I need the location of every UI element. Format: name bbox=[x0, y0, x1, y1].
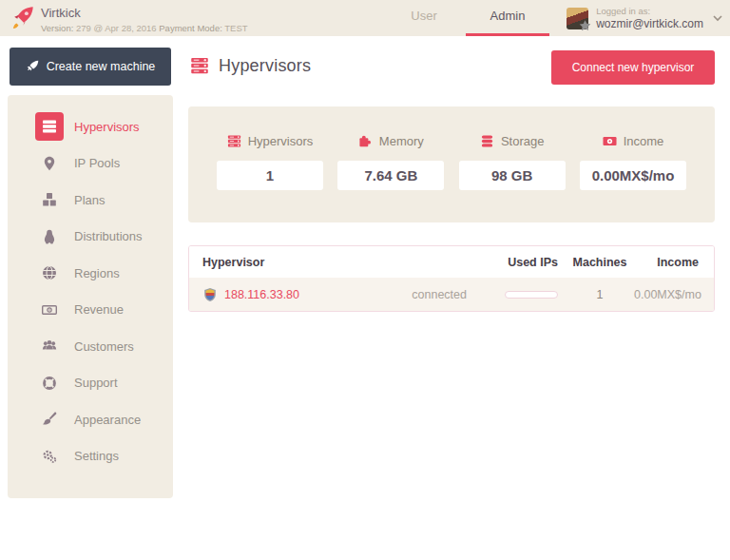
hypervisor-shield-icon bbox=[202, 287, 218, 302]
servers-icon bbox=[190, 56, 209, 75]
servers-icon bbox=[35, 112, 64, 141]
stats-panel: Hypervisors 1 Memory 7.64 GB Storage 98 … bbox=[188, 106, 715, 222]
sidebar-item-settings[interactable]: Settings bbox=[8, 438, 173, 475]
storage-icon bbox=[480, 134, 494, 148]
logged-in-as-label: Logged in as: bbox=[596, 6, 703, 16]
hypervisors-table: Hypervisor Used IPs Machines Income bbox=[188, 245, 715, 312]
sidebar-item-label: Plans bbox=[74, 193, 106, 207]
stat-value: 7.64 GB bbox=[337, 161, 444, 190]
gears-icon bbox=[35, 442, 64, 471]
used-ips-progress-bar bbox=[505, 291, 558, 299]
tab-user[interactable]: User bbox=[382, 0, 466, 36]
income-value: 0.00MX$/mo bbox=[634, 288, 714, 301]
brand: Virtkick Version: 279 @ Apr 28, 2016 Pay… bbox=[10, 3, 248, 33]
sidebar-item-label: Support bbox=[74, 376, 118, 390]
sidebar-item-label: Hypervisors bbox=[74, 120, 140, 134]
page-title-text: Hypervisors bbox=[219, 56, 311, 76]
sidebar-item-revenue[interactable]: Revenue bbox=[8, 292, 173, 329]
topbar: Virtkick Version: 279 @ Apr 28, 2016 Pay… bbox=[0, 0, 730, 36]
status-text: connected bbox=[412, 288, 467, 301]
version-value: 279 @ Apr 28, 2016 bbox=[76, 23, 157, 33]
sidebar: Hypervisors IP Pools Plans Distributions… bbox=[8, 95, 173, 498]
banknote-icon bbox=[35, 296, 64, 324]
cubes-icon bbox=[35, 185, 64, 214]
version-label: Version: bbox=[41, 23, 73, 33]
column-header-machines: Machines bbox=[566, 256, 634, 269]
toolbar: Create new machine Hypervisors Connect n… bbox=[0, 36, 730, 95]
map-marker-icon bbox=[35, 149, 64, 178]
stat-label-text: Income bbox=[624, 134, 664, 148]
stat-label-text: Storage bbox=[501, 134, 545, 148]
stat-label-text: Hypervisors bbox=[248, 134, 314, 148]
version-info: Version: 279 @ Apr 28, 2016 Payment Mode… bbox=[41, 23, 248, 33]
avatar bbox=[567, 8, 588, 29]
sidebar-item-customers[interactable]: Customers bbox=[8, 328, 173, 365]
star-icon bbox=[578, 19, 592, 33]
column-header-income: Income bbox=[634, 256, 714, 269]
sidebar-item-label: Appearance bbox=[74, 413, 141, 427]
hypervisor-link[interactable]: 188.116.33.80 bbox=[224, 288, 299, 301]
stat-memory: Memory 7.64 GB bbox=[337, 134, 444, 222]
role-tabs: User Admin bbox=[382, 0, 549, 36]
sidebar-item-ip-pools[interactable]: IP Pools bbox=[8, 145, 173, 183]
chevron-down-icon bbox=[713, 15, 722, 22]
table-header: Hypervisor Used IPs Machines Income bbox=[189, 246, 714, 278]
stat-label-text: Memory bbox=[379, 134, 424, 148]
stat-value: 98 GB bbox=[459, 161, 566, 190]
sidebar-item-regions[interactable]: Regions bbox=[8, 255, 173, 292]
sidebar-item-label: Distributions bbox=[74, 229, 143, 243]
payment-mode-label: Payment Mode: bbox=[159, 23, 222, 33]
column-header-hypervisor: Hypervisor bbox=[189, 256, 474, 269]
sidebar-item-label: Revenue bbox=[74, 302, 124, 317]
stat-income: Income 0.00MX$/mo bbox=[580, 134, 686, 222]
rocket-icon bbox=[26, 60, 39, 73]
page-title: Hypervisors bbox=[190, 36, 311, 95]
users-icon bbox=[35, 332, 64, 360]
sidebar-item-label: IP Pools bbox=[74, 156, 120, 170]
sidebar-item-appearance[interactable]: Appearance bbox=[8, 401, 173, 438]
virtkick-logo-icon bbox=[10, 6, 34, 30]
stat-storage: Storage 98 GB bbox=[459, 134, 566, 222]
sidebar-item-label: Customers bbox=[74, 339, 134, 354]
life-ring-icon bbox=[35, 369, 64, 397]
paintbrush-icon bbox=[35, 405, 64, 434]
sidebar-item-plans[interactable]: Plans bbox=[8, 182, 173, 219]
account-menu[interactable]: Logged in as: wozmir@virtkick.com bbox=[567, 0, 722, 36]
servers-icon bbox=[227, 134, 241, 148]
stat-value: 1 bbox=[217, 161, 323, 190]
brand-name: Virtkick bbox=[41, 3, 248, 20]
main-content: Hypervisors 1 Memory 7.64 GB Storage 98 … bbox=[188, 95, 715, 312]
memory-icon bbox=[358, 134, 373, 148]
table-row[interactable]: 188.116.33.80 connected 1 0.00MX$/mo bbox=[189, 278, 714, 311]
tab-admin[interactable]: Admin bbox=[466, 0, 549, 36]
sidebar-item-label: Regions bbox=[74, 266, 120, 280]
connect-new-hypervisor-button[interactable]: Connect new hypervisor bbox=[551, 50, 715, 85]
column-header-used-ips: Used IPs bbox=[474, 256, 566, 269]
user-email: wozmir@virtkick.com bbox=[596, 17, 703, 30]
machines-count: 1 bbox=[566, 288, 634, 301]
payment-mode-value: TEST bbox=[224, 23, 247, 33]
sidebar-item-distributions[interactable]: Distributions bbox=[8, 219, 173, 256]
sidebar-item-hypervisors[interactable]: Hypervisors bbox=[8, 108, 173, 145]
create-new-machine-button[interactable]: Create new machine bbox=[10, 48, 171, 86]
linux-icon bbox=[35, 222, 64, 251]
virtkick-admin-app: Virtkick Version: 279 @ Apr 28, 2016 Pay… bbox=[0, 0, 730, 560]
globe-icon bbox=[35, 259, 64, 287]
stat-hypervisors: Hypervisors 1 bbox=[217, 134, 323, 222]
sidebar-item-support[interactable]: Support bbox=[8, 365, 173, 402]
sidebar-item-label: Settings bbox=[74, 449, 119, 463]
income-icon bbox=[603, 134, 617, 148]
stat-value: 0.00MX$/mo bbox=[580, 161, 686, 190]
create-new-machine-label: Create new machine bbox=[47, 60, 156, 73]
